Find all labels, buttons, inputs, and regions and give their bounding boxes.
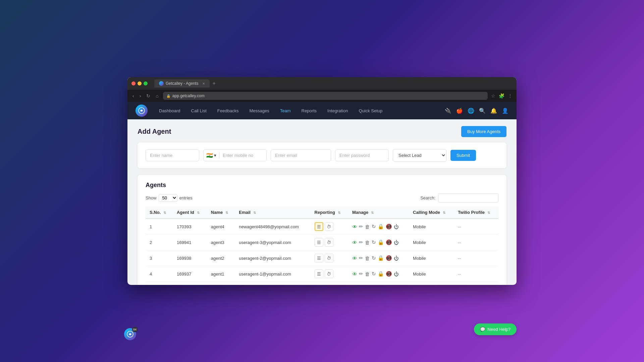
logo-badge[interactable]: 84 [124,328,136,340]
need-help-button[interactable]: 💬 Need Help? [474,323,517,335]
globe-icon[interactable]: 🌐 [468,108,474,114]
nav-messages[interactable]: Messages [245,106,274,115]
nav-dashboard[interactable]: Dashboard [154,106,185,115]
reporting-list-icon[interactable]: ☰ [315,254,323,262]
bell-icon[interactable]: 🔔 [490,108,497,114]
delete-icon[interactable]: 🗑 [365,255,370,261]
cell-manage: 👁 ✏ 🗑 ↻ 🔒 📵 ⏻ [348,250,409,266]
search-input[interactable] [438,193,498,202]
view-icon[interactable]: 👁 [352,255,357,261]
col-manage[interactable]: Manage ⇅ [348,206,409,219]
search-icon[interactable]: 🔍 [479,108,486,114]
forward-button[interactable]: › [139,92,142,100]
refresh-button[interactable]: ↻ [145,92,151,100]
cell-agent-id: 169941 [173,235,207,250]
cell-name: agent4 [207,219,235,235]
email-input[interactable] [271,149,331,161]
refresh-icon[interactable]: ↻ [372,239,376,245]
col-twilio-profile[interactable]: Twilio Profile ⇅ [454,206,498,219]
delete-icon[interactable]: 🗑 [365,224,370,230]
edit-icon[interactable]: ✏ [359,271,363,277]
select-lead-dropdown[interactable]: Select Lead [393,149,446,162]
user-icon[interactable]: 👤 [502,108,508,114]
table-row: 4 169937 agent1 useragent-1@yopmail.com … [146,266,498,282]
top-nav: Dashboard Call List Feedbacks Messages T… [127,102,517,119]
refresh-icon[interactable]: ↻ [372,255,376,261]
phone-icon[interactable]: 📵 [386,224,392,230]
col-sno[interactable]: S.No. ⇅ [146,206,173,219]
new-tab-button[interactable]: + [212,80,215,86]
power-icon[interactable]: ⏻ [394,255,399,261]
nav-feedbacks[interactable]: Feedbacks [213,106,244,115]
reporting-clock-icon[interactable]: ⏱ [325,238,333,247]
nav-call-list[interactable]: Call List [186,106,211,115]
edit-icon[interactable]: ✏ [359,239,363,245]
add-agent-card: 🇮🇳 ▾ Select Lead Submit [138,142,506,168]
col-calling-mode[interactable]: Calling Mode ⇅ [409,206,454,219]
col-agent-id[interactable]: Agent Id ⇅ [173,206,207,219]
reporting-clock-icon[interactable]: ⏱ [325,222,333,231]
view-icon[interactable]: 👁 [352,224,357,230]
reporting-clock-icon[interactable]: ⏱ [325,254,333,262]
edit-icon[interactable]: ✏ [359,255,363,261]
menu-icon[interactable]: ⋮ [508,93,513,99]
power-icon[interactable]: ⏻ [394,271,399,277]
lock-icon[interactable]: 🔒 [378,271,384,277]
phone-icon[interactable]: 📵 [386,255,392,261]
minimize-window-button[interactable] [138,81,142,85]
close-window-button[interactable] [131,81,136,85]
col-name[interactable]: Name ⇅ [207,206,235,219]
extensions-icon[interactable]: 🧩 [499,93,504,99]
edit-icon[interactable]: ✏ [359,224,363,230]
view-icon[interactable]: 👁 [352,240,357,245]
col-reporting[interactable]: Reporting ⇅ [311,206,348,219]
active-tab[interactable]: Getcalley - Agents ✕ [154,79,210,87]
password-input[interactable] [335,149,389,161]
tab-close-button[interactable]: ✕ [202,82,205,85]
reporting-list-icon[interactable]: ☰ [315,238,323,247]
bookmark-icon[interactable]: ☆ [491,93,495,99]
reporting-list-icon[interactable]: ☰ [315,222,323,231]
search-wrap: Search: [420,193,498,202]
cell-twilio-profile: -- [454,266,498,282]
refresh-icon[interactable]: ↻ [372,224,376,230]
lock-icon[interactable]: 🔒 [378,239,384,245]
nav-quick-setup[interactable]: Quick Setup [354,106,387,115]
name-input[interactable] [146,149,199,161]
phone-icon[interactable]: 📵 [386,271,392,277]
maximize-window-button[interactable] [144,81,148,85]
delete-icon[interactable]: 🗑 [365,240,370,245]
col-email[interactable]: Email ⇅ [235,206,310,219]
apple-icon[interactable]: 🍎 [456,108,463,114]
puzzle-icon[interactable]: 🔌 [445,108,451,114]
view-icon[interactable]: 👁 [352,271,357,277]
address-bar[interactable]: 🔒 app.getcalley.com [163,92,488,100]
cell-name: agent3 [207,235,235,250]
buy-more-agents-button[interactable]: Buy More Agents [461,126,506,137]
nav-team[interactable]: Team [275,106,296,115]
nav-integration[interactable]: Integration [323,106,353,115]
home-button[interactable]: ⌂ [155,92,159,100]
phone-icon[interactable]: 📵 [386,239,392,245]
refresh-icon[interactable]: ↻ [372,271,376,277]
submit-button[interactable]: Submit [450,150,476,161]
nav-reports[interactable]: Reports [297,106,322,115]
reporting-list-icon[interactable]: ☰ [315,269,323,278]
lock-icon[interactable]: 🔒 [378,224,384,230]
delete-icon[interactable]: 🗑 [365,271,370,277]
entries-select[interactable]: 10 25 50 100 [159,194,177,202]
back-button[interactable]: ‹ [131,92,135,100]
cell-twilio-profile: -- [454,250,498,266]
power-icon[interactable]: ⏻ [394,240,399,245]
flag-prefix[interactable]: 🇮🇳 ▾ [204,152,219,159]
mobile-input[interactable] [219,150,266,161]
notifications-wrap: 🔔 [490,108,497,114]
power-icon[interactable]: ⏻ [394,224,399,230]
cell-reporting: ☰ ⏱ [311,266,348,282]
reporting-clock-icon[interactable]: ⏱ [325,269,333,278]
table-header-row: S.No. ⇅ Agent Id ⇅ Name ⇅ Email ⇅ Report… [146,206,498,219]
nav-items: Dashboard Call List Feedbacks Messages T… [154,106,445,115]
lock-icon[interactable]: 🔒 [378,255,384,261]
app-logo[interactable] [136,105,148,117]
notification-count-badge: 84 [132,327,138,332]
